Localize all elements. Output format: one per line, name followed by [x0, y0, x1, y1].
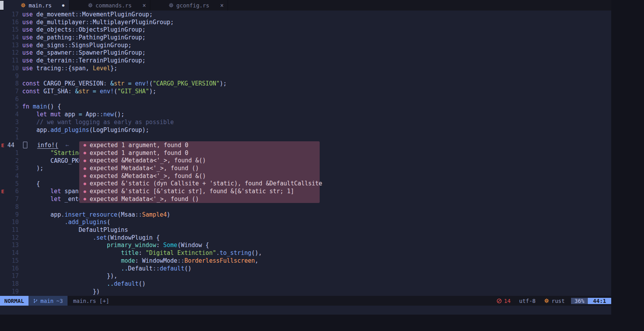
code-line[interactable]: 6: [0, 95, 611, 103]
code-line[interactable]: 9 app.insert_resource(Msaa::Sample4): [0, 211, 611, 219]
code-token: ::: [71, 57, 78, 64]
code-text: [19, 134, 611, 142]
code-token: ObjectsPluginGroup: [79, 26, 142, 33]
code-token: CARGO_PKG_VERSION: [40, 80, 103, 87]
code-token: primary_window: [107, 242, 156, 249]
code-text: .set(WindowPlugin {: [19, 234, 611, 242]
code-line[interactable]: 9: [0, 72, 611, 80]
code-line[interactable]: 10 .add_plugins(: [0, 218, 611, 226]
code-line[interactable]: 10use tracing::{span, Level};: [0, 64, 611, 72]
code-token: "Starting: [50, 149, 82, 157]
code-token: CARGO_PKG: [50, 157, 82, 164]
code-line[interactable]: 4 let mut app = App::new();: [0, 110, 611, 118]
code-token: =: [125, 80, 135, 87]
code-line[interactable]: 5fn main() {: [0, 103, 611, 111]
code-text: }),: [19, 272, 611, 280]
code-text: }): [19, 288, 611, 295]
bullet-icon: ●: [84, 150, 86, 155]
code-line[interactable]: 8: [0, 203, 611, 211]
error-icon: [496, 298, 502, 304]
code-line[interactable]: 8const CARGO_PKG_VERSION: &str = env!("C…: [0, 80, 611, 87]
code-line[interactable]: 7const GIT_SHA: &str = env!("GIT_SHA");: [0, 87, 611, 95]
tab-label: main.rs: [28, 2, 52, 9]
close-icon[interactable]: ×: [142, 2, 146, 9]
code-token: MultiplayerPluginGroup: [93, 19, 171, 26]
code-token: BorderlessFullscreen: [184, 257, 255, 264]
code-token: de_pathing: [33, 34, 71, 41]
code-token: app: [50, 211, 61, 218]
code-line[interactable]: 15use de_objects::ObjectsPluginGroup;: [0, 26, 611, 34]
code-line[interactable]: 13use de_signs::SignsPluginGroup;: [0, 41, 611, 49]
code-token: =: [89, 88, 100, 95]
code-text: use de_terrain::TerrainPluginGroup;: [19, 57, 611, 64]
code-line[interactable]: 1: [0, 134, 611, 142]
code-token: SignsPluginGroup: [71, 42, 128, 49]
statusline: NORMAL main ~3 main.rs [+] 14 utf-8: [0, 296, 611, 306]
code-line[interactable]: 11 DefaultPlugins: [0, 226, 611, 234]
code-token: ::: [75, 11, 82, 18]
tab-gconfig.rs[interactable]: gconfig.rs×: [150, 0, 228, 11]
code-token: ;: [142, 57, 146, 64]
code-line[interactable]: 16 ..Default::default(): [0, 265, 611, 272]
line-number: 16: [7, 19, 19, 26]
code-line[interactable]: 17 }),: [0, 272, 611, 280]
code-token: Level: [93, 65, 110, 72]
git-diff-count: ~3: [56, 298, 63, 304]
code-token: Sample4: [142, 211, 167, 218]
code-line[interactable]: 11use de_terrain::TerrainPluginGroup;: [0, 57, 611, 64]
tab-label: gconfig.rs: [176, 2, 209, 9]
code-token: de_terrain: [33, 57, 71, 64]
code-token: default: [114, 280, 139, 287]
code-token: de_signs: [33, 42, 64, 49]
code-token: Msaa: [121, 211, 135, 218]
code-token: [22, 265, 121, 272]
code-token: MovementPluginGroup: [82, 11, 149, 18]
line-number: 12: [7, 234, 19, 241]
tab-commands.rs[interactable]: commands.rs×: [69, 0, 150, 11]
code-token: [22, 119, 36, 126]
code-line[interactable]: 12use de_spawner::SpawnerPluginGroup;: [0, 49, 611, 57]
editor-buffer[interactable]: 17use de_movement::MovementPluginGroup;1…: [0, 11, 611, 296]
code-token: }),: [107, 272, 117, 279]
line-number: 3: [7, 119, 19, 126]
code-token: ;: [142, 26, 146, 33]
code-token: PathingPluginGroup: [79, 34, 142, 41]
line-number: 8: [7, 80, 19, 87]
code-token: const: [22, 80, 40, 87]
close-icon[interactable]: ×: [220, 2, 224, 9]
line-number: 15: [7, 257, 19, 264]
diagnostic-item: ●expected &'static [&'static str], found…: [79, 187, 320, 195]
code-token: let: [50, 196, 61, 203]
code-line[interactable]: 17use de_movement::MovementPluginGroup;: [0, 11, 611, 18]
code-line[interactable]: 18 ..default(): [0, 280, 611, 288]
code-token: (): [139, 280, 146, 287]
code-line[interactable]: 15 mode: WindowMode::BorderlessFullscree…: [0, 257, 611, 265]
error-sign: E: [0, 142, 7, 148]
code-token: use: [22, 49, 33, 56]
code-line[interactable]: 2 app.add_plugins(LogPluginGroup);: [0, 126, 611, 134]
code-token: {: [68, 65, 71, 72]
line-number: 17: [7, 272, 19, 279]
git-branch-segment[interactable]: main ~3: [28, 296, 68, 306]
code-text: use de_movement::MovementPluginGroup;: [19, 11, 611, 18]
diagnostic-error-count[interactable]: 14: [496, 298, 519, 304]
code-line[interactable]: 19 }): [0, 288, 611, 295]
code-line[interactable]: 14 title: "Digital Extinction".to_string…: [0, 249, 611, 257]
code-token: DefaultPlugins: [79, 226, 128, 233]
code-line[interactable]: 12 .set(WindowPlugin {: [0, 234, 611, 242]
code-token: ;: [142, 34, 146, 41]
code-token: [22, 196, 50, 203]
code-token: ::: [86, 19, 93, 26]
code-line[interactable]: 3 // we want logging as early as possibl…: [0, 118, 611, 126]
diagnostic-message: expected Metadata<'_>, found (): [90, 196, 199, 203]
diagnostic-item: ●expected &'static (dyn Callsite + 'stat…: [79, 180, 320, 188]
code-line[interactable]: 13 primary_window: Some(Window {: [0, 242, 611, 249]
command-line[interactable]: [0, 306, 611, 315]
code-line[interactable]: 14use de_pathing::PathingPluginGroup;: [0, 34, 611, 41]
code-line[interactable]: 16use de_multiplayer::MultiplayerPluginG…: [0, 18, 611, 26]
code-token: TerrainPluginGroup: [79, 57, 142, 64]
tab-main.rs[interactable]: main.rs●: [4, 0, 69, 11]
code-token: {: [202, 242, 209, 249]
bullet-icon: ●: [84, 189, 86, 194]
code-token: ();: [114, 111, 125, 118]
